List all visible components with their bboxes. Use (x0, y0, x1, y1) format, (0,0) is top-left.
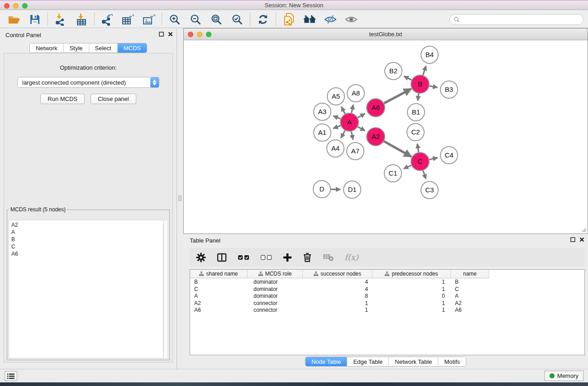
mcds-result-item[interactable]: B (11, 236, 161, 243)
network-zoom-button[interactable] (206, 32, 211, 37)
network-close-button[interactable] (188, 32, 193, 37)
table-row[interactable]: C dominator 4 1 C (190, 286, 584, 293)
export-image-icon[interactable] (142, 13, 156, 26)
node-table[interactable]: shared name MCDS role successor nodes pr… (190, 269, 585, 355)
network-graph[interactable]: B4B2BB3A8A5A6A3B1AA1C2A2A4A7C4CC1DD1C3 (184, 41, 588, 234)
mcds-result-item[interactable]: A (11, 229, 161, 236)
network-canvas[interactable]: B4B2BB3A8A5A6A3B1AA1C2A2A4A7C4CC1DD1C3 (184, 41, 587, 233)
cell-name[interactable]: A (451, 292, 489, 300)
network-from-document-icon[interactable] (282, 13, 296, 26)
column-header-predecessor-nodes[interactable]: predecessor nodes (373, 270, 451, 278)
graph-edge-B-B3[interactable] (430, 86, 438, 87)
graph-edge-A-A4[interactable] (341, 131, 345, 138)
zoom-fit-icon[interactable] (210, 13, 223, 26)
float-table-panel-icon[interactable] (570, 237, 575, 242)
cell-successor-nodes[interactable]: 1 (303, 306, 373, 314)
delete-table-icon[interactable] (323, 253, 334, 261)
close-window-button[interactable] (4, 3, 10, 9)
tab-network[interactable]: Network (30, 43, 63, 52)
criterion-select[interactable]: largest connected component (directed) (17, 77, 159, 88)
close-panel-icon[interactable] (168, 32, 173, 37)
delete-column-icon[interactable] (303, 253, 312, 262)
graph-edge-A-A7[interactable] (351, 132, 353, 140)
graph-edge-B-B4[interactable] (423, 66, 426, 75)
cell-shared-name[interactable]: A (190, 292, 248, 300)
unselect-all-columns-icon[interactable] (260, 255, 272, 260)
cell-predecessor-nodes[interactable]: 1 (373, 300, 451, 307)
column-header-name[interactable]: name (451, 270, 489, 278)
cell-name[interactable]: B (451, 278, 489, 286)
mcds-result-item[interactable]: A6 (11, 250, 161, 257)
table-row[interactable]: A dominator 8 0 A (190, 292, 584, 300)
import-network-icon[interactable] (54, 13, 67, 26)
graph-edge-A2-C[interactable] (384, 141, 411, 157)
cell-mcds-role[interactable]: dominator (248, 292, 303, 300)
minimize-window-button[interactable] (13, 3, 19, 9)
open-session-icon[interactable] (7, 13, 21, 26)
function-builder-icon[interactable]: f(x) (344, 253, 359, 262)
column-header-shared-name[interactable]: shared name (190, 270, 248, 278)
refresh-icon[interactable] (256, 13, 270, 26)
tab-select[interactable]: Select (89, 43, 117, 52)
show-graphics-details-icon[interactable] (344, 13, 358, 26)
graph-edge-B-B2[interactable] (404, 76, 411, 80)
create-column-icon[interactable] (283, 253, 292, 262)
export-network-icon[interactable] (100, 13, 114, 26)
tab-network-table[interactable]: Network Table (388, 357, 438, 366)
show-log-button[interactable] (5, 371, 17, 381)
graph-edge-C-C2[interactable] (417, 144, 419, 152)
zoom-selected-icon[interactable] (230, 13, 244, 26)
table-row[interactable]: B dominator 4 1 B (190, 278, 584, 286)
cell-predecessor-nodes[interactable]: 0 (373, 292, 451, 300)
result-scrollbar[interactable] (163, 220, 168, 358)
memory-button[interactable]: Memory (545, 371, 583, 381)
graph-edge-A-A6[interactable] (358, 114, 365, 118)
mcds-result-list[interactable]: A2 A B C A6 (9, 220, 163, 358)
cell-predecessor-nodes[interactable]: 1 (373, 306, 451, 314)
zoom-window-button[interactable] (22, 3, 28, 9)
graph-edge-C-C4[interactable] (430, 158, 438, 160)
cell-successor-nodes[interactable]: 4 (303, 278, 373, 286)
hide-graphics-details-icon[interactable] (324, 13, 337, 26)
column-header-mcds-role[interactable]: MCDS role (248, 270, 303, 278)
cell-name[interactable]: A6 (451, 306, 489, 314)
network-minimize-button[interactable] (197, 32, 202, 37)
close-table-panel-icon[interactable] (579, 237, 584, 242)
column-header-successor-nodes[interactable]: successor nodes (303, 270, 373, 278)
graph-edge-B-B1[interactable] (418, 94, 419, 100)
resize-grip-icon[interactable] (581, 227, 587, 233)
cell-predecessor-nodes[interactable]: 1 (373, 286, 451, 293)
table-settings-gear-icon[interactable] (196, 253, 206, 262)
close-panel-button[interactable]: Close panel (91, 94, 136, 104)
table-row[interactable]: A6 connector 1 1 A6 (190, 306, 584, 314)
show-columns-icon[interactable] (217, 253, 227, 262)
cell-predecessor-nodes[interactable]: 1 (373, 278, 451, 286)
cell-successor-nodes[interactable]: 4 (303, 286, 373, 293)
search-input[interactable] (462, 16, 579, 23)
cell-shared-name[interactable]: A2 (190, 300, 248, 307)
mcds-result-item[interactable]: A2 (11, 221, 161, 229)
graph-edge-C-C1[interactable] (404, 165, 411, 168)
import-table-icon[interactable] (75, 13, 88, 26)
tab-edge-table[interactable]: Edge Table (347, 357, 388, 366)
cell-mcds-role[interactable]: connector (248, 306, 303, 314)
graph-edge-A-A2[interactable] (358, 127, 365, 131)
cell-shared-name[interactable]: C (190, 286, 248, 293)
tab-mcds[interactable]: MCDS (117, 43, 147, 52)
graph-edge-A-A8[interactable] (351, 105, 353, 113)
save-session-icon[interactable] (28, 13, 42, 26)
graph-edge-A-A3[interactable] (333, 116, 340, 119)
cell-name[interactable]: C (451, 286, 489, 293)
cell-mcds-role[interactable]: dominator (248, 278, 303, 286)
export-table-icon[interactable] (121, 13, 135, 26)
cell-name[interactable]: A2 (451, 300, 489, 307)
cell-successor-nodes[interactable]: 8 (303, 292, 373, 300)
vertical-splitter-handle[interactable] (178, 195, 182, 201)
cell-shared-name[interactable]: B (190, 278, 248, 286)
tab-motifs[interactable]: Motifs (438, 357, 466, 366)
zoom-in-icon[interactable] (168, 13, 182, 26)
select-all-columns-icon[interactable] (238, 255, 249, 260)
graph-edge-A-A1[interactable] (333, 126, 340, 129)
home-icon[interactable] (303, 13, 316, 26)
search-field[interactable] (449, 14, 583, 25)
